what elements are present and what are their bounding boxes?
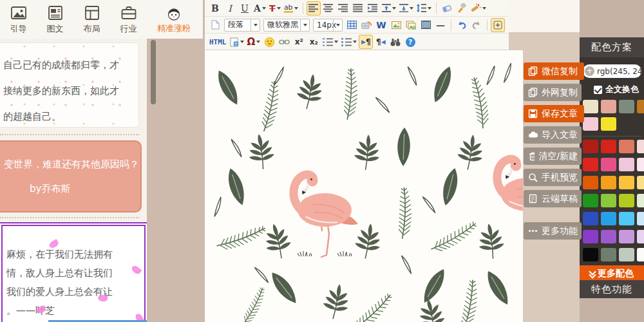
color-swatch[interactable] bbox=[583, 140, 598, 153]
nav-item-article[interactable]: 图文 bbox=[37, 5, 73, 35]
color-swatch[interactable] bbox=[583, 212, 598, 225]
special-character-button[interactable]: Ω bbox=[246, 35, 262, 49]
help-button[interactable]: ? bbox=[403, 35, 417, 49]
paragraph-spacing-button[interactable] bbox=[381, 1, 397, 15]
insert-table-button[interactable] bbox=[345, 18, 359, 32]
color-swatch[interactable] bbox=[601, 194, 616, 207]
color-swatch[interactable] bbox=[619, 248, 634, 261]
import-article-button[interactable]: 导入文章 bbox=[524, 126, 582, 144]
nav-item-guide[interactable]: 引导 bbox=[0, 5, 37, 35]
font-size-select[interactable]: 14px bbox=[313, 19, 343, 32]
color-swatch[interactable] bbox=[637, 230, 644, 243]
italic-button[interactable]: I bbox=[223, 1, 237, 15]
color-swatch[interactable] bbox=[637, 194, 644, 207]
paragraph-format-select[interactable]: 段落 bbox=[224, 19, 260, 32]
word-import-button[interactable]: W bbox=[374, 18, 388, 32]
editor-canvas[interactable] bbox=[205, 50, 523, 322]
format-painter-button[interactable] bbox=[455, 1, 469, 15]
color-swatch[interactable] bbox=[619, 158, 634, 171]
template-card-quote[interactable]: 变世界，难道还有其他原因吗？ by乔布斯 bbox=[0, 140, 142, 213]
color-swatch[interactable] bbox=[637, 158, 644, 171]
color-swatch[interactable] bbox=[583, 100, 598, 113]
page-template-button[interactable] bbox=[229, 35, 245, 49]
color-swatch[interactable] bbox=[619, 176, 634, 189]
nav-item-layout[interactable]: 布局 bbox=[73, 5, 110, 35]
color-swatch[interactable] bbox=[583, 158, 598, 171]
undo-button[interactable] bbox=[455, 18, 469, 32]
color-value-input[interactable]: + rgb(245, 24 bbox=[583, 64, 641, 78]
color-swatch[interactable] bbox=[601, 212, 616, 225]
color-swatch[interactable] bbox=[637, 248, 644, 261]
redo-button[interactable] bbox=[469, 18, 484, 32]
color-swatch[interactable] bbox=[637, 212, 644, 225]
color-swatch[interactable] bbox=[583, 248, 598, 261]
color-swatch[interactable] bbox=[601, 230, 616, 243]
color-swatch[interactable] bbox=[601, 158, 616, 171]
color-swatch[interactable] bbox=[601, 176, 616, 189]
html-source-button[interactable]: HTML bbox=[208, 35, 228, 49]
highlight-color-button[interactable]: ab bbox=[283, 1, 299, 15]
phone-preview-button[interactable]: 手机预览 bbox=[524, 169, 582, 186]
template-card-floral[interactable]: 自己已有的成绩都归零，才 接纳更多的新东西，如此才 的超越自己。 bbox=[0, 43, 139, 128]
rtl-paragraph-button[interactable]: ¶◀ bbox=[374, 35, 388, 49]
color-swatch[interactable] bbox=[601, 100, 616, 113]
color-swatch[interactable] bbox=[637, 176, 644, 189]
color-swatch[interactable] bbox=[583, 230, 598, 243]
featured-functions-header[interactable]: 特色功能 bbox=[580, 280, 644, 298]
find-replace-button[interactable] bbox=[388, 35, 402, 49]
insert-video-button[interactable] bbox=[419, 18, 433, 32]
color-swatch[interactable] bbox=[583, 194, 598, 207]
insert-gallery-button[interactable] bbox=[404, 18, 418, 32]
color-swatch[interactable] bbox=[601, 248, 616, 261]
color-swatch[interactable] bbox=[637, 140, 644, 153]
font-color-button[interactable]: T bbox=[268, 1, 282, 15]
save-article-button[interactable]: 保存文章 bbox=[524, 105, 584, 122]
line-height-button[interactable] bbox=[415, 1, 433, 15]
color-swatch[interactable] bbox=[601, 140, 616, 153]
sidebar-scrollbar[interactable] bbox=[151, 40, 156, 104]
cloud-draft-button[interactable]: 云端草稿 bbox=[524, 190, 582, 207]
align-center-button[interactable] bbox=[321, 1, 336, 15]
screenshot-button[interactable] bbox=[359, 18, 374, 32]
expand-editor-button[interactable] bbox=[491, 18, 505, 32]
color-swatch[interactable] bbox=[619, 212, 634, 225]
color-swatch[interactable] bbox=[637, 100, 644, 113]
font-size-button[interactable]: A bbox=[252, 1, 267, 15]
new-document-button[interactable] bbox=[208, 18, 222, 32]
spacing-after-button[interactable] bbox=[398, 1, 415, 15]
more-functions-button[interactable]: 更多功能 bbox=[524, 222, 582, 240]
nav-item-industry[interactable]: 行业 bbox=[110, 5, 147, 35]
full-text-recolor-checkbox[interactable]: 全文换色 bbox=[594, 84, 639, 95]
bold-button[interactable]: B bbox=[208, 1, 222, 15]
indent-button[interactable] bbox=[366, 1, 380, 15]
color-swatch[interactable] bbox=[601, 117, 616, 131]
add-color-icon[interactable]: + bbox=[585, 66, 594, 76]
color-swatch[interactable] bbox=[583, 117, 598, 131]
ordered-list-button[interactable] bbox=[321, 35, 339, 49]
superscript-button[interactable]: x² bbox=[292, 35, 306, 49]
emoji-button[interactable] bbox=[262, 35, 276, 49]
subscript-button[interactable]: x₂ bbox=[307, 35, 321, 49]
color-swatch[interactable] bbox=[619, 230, 634, 243]
wechat-copy-button[interactable]: 微信复制 bbox=[524, 62, 584, 80]
color-swatch[interactable] bbox=[619, 140, 634, 153]
ltr-paragraph-button[interactable]: ▶¶ bbox=[359, 35, 373, 49]
checkbox-checked-icon[interactable] bbox=[594, 86, 602, 94]
eraser-button[interactable] bbox=[440, 1, 454, 15]
clear-new-button[interactable]: 清空/新建 bbox=[524, 147, 582, 165]
align-left-button[interactable] bbox=[307, 1, 321, 15]
insert-link-button[interactable] bbox=[277, 35, 291, 49]
color-swatch[interactable] bbox=[619, 194, 634, 207]
color-swatch[interactable] bbox=[619, 100, 634, 113]
external-copy-button[interactable]: 外网复制 bbox=[524, 84, 582, 101]
align-justify-button[interactable] bbox=[351, 1, 365, 15]
font-family-select[interactable]: 微软雅黑 bbox=[263, 19, 310, 32]
color-swatch[interactable] bbox=[583, 176, 598, 189]
nav-item-fan-growth[interactable]: 精准涨粉 bbox=[147, 5, 201, 34]
bullet-list-button[interactable] bbox=[340, 35, 358, 49]
insert-image-button[interactable] bbox=[389, 18, 403, 32]
align-right-button[interactable] bbox=[336, 1, 350, 15]
magic-wand-button[interactable] bbox=[469, 1, 488, 15]
template-card-purple[interactable]: 麻烦，在于我们无法拥有 情，敌人身上总有让我们 我们的爱人身上总会有让 。——叶… bbox=[0, 222, 147, 322]
underline-button[interactable]: U bbox=[238, 1, 252, 15]
